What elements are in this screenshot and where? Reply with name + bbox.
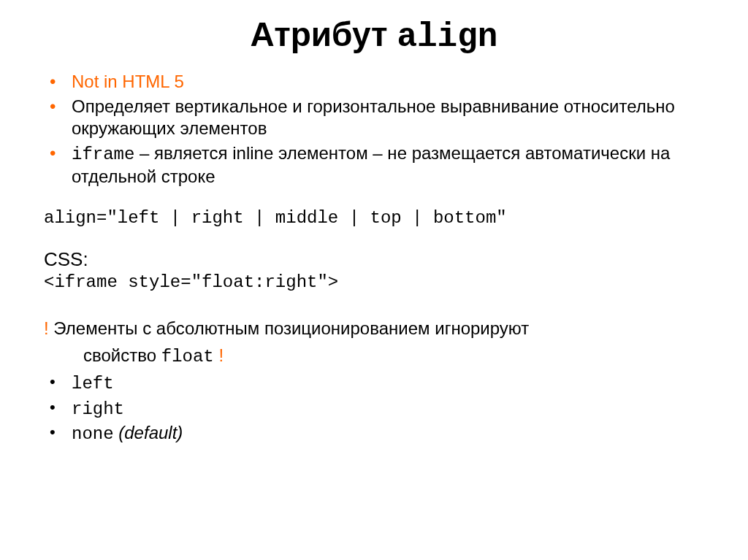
slide-title: Атрибут align <box>44 15 704 56</box>
warning-line2: свойство float ! <box>44 344 704 368</box>
list-item: left <box>44 371 704 396</box>
iframe-desc: – является inline элементом – не размеща… <box>72 143 670 186</box>
css-label: CSS: <box>44 248 704 271</box>
not-in-html5: Not in HTML 5 <box>72 72 184 91</box>
list-item: iframe – является inline элементом – не … <box>44 142 704 188</box>
iframe-code: iframe <box>72 145 134 164</box>
list-item: right <box>44 396 704 421</box>
title-code: align <box>397 18 497 56</box>
description-text: Определяет вертикальное и горизонтальное… <box>72 96 675 138</box>
iframe-example-code: <iframe style="float:right"> <box>44 272 704 292</box>
list-item: Определяет вертикальное и горизонтальное… <box>44 96 704 139</box>
title-text: Атрибут <box>251 15 388 53</box>
main-bullet-list: Not in HTML 5 Определяет вертикальное и … <box>44 71 704 188</box>
float-code: float <box>161 347 214 367</box>
align-values-code: align="left | right | middle | top | bot… <box>44 208 704 228</box>
warning-text2a: свойство <box>83 345 161 365</box>
list-item: Not in HTML 5 <box>44 71 704 93</box>
float-left: left <box>72 374 114 394</box>
warning-bang: ! <box>44 318 49 338</box>
float-right: right <box>72 399 124 419</box>
default-label: (default) <box>114 423 183 442</box>
warning-line1: ! Элементы с абсолютным позиционирование… <box>44 317 704 340</box>
warning-bang2: ! <box>214 345 224 365</box>
float-none: none <box>72 424 114 444</box>
list-item: none (default) <box>44 421 704 446</box>
float-values-list: left right none (default) <box>44 371 704 446</box>
warning-text1: Элементы с абсолютным позиционированием … <box>49 318 530 338</box>
